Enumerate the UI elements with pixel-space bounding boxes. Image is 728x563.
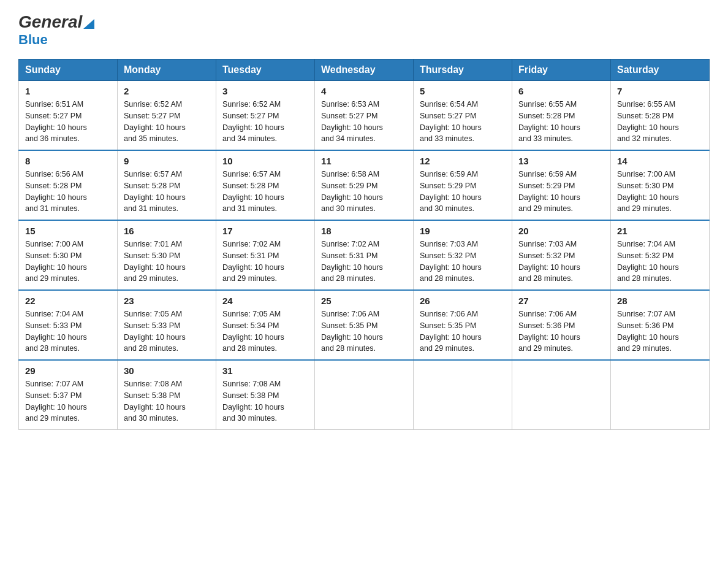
calendar-header-row: SundayMondayTuesdayWednesdayThursdayFrid…	[19, 59, 710, 81]
day-info: Sunrise: 7:06 AMSunset: 5:35 PMDaylight:…	[321, 308, 407, 354]
calendar-cell: 7 Sunrise: 6:55 AMSunset: 5:28 PMDayligh…	[611, 81, 710, 151]
day-info: Sunrise: 6:57 AMSunset: 5:28 PMDaylight:…	[222, 169, 308, 215]
col-header-thursday: Thursday	[414, 59, 512, 81]
day-info: Sunrise: 7:05 AMSunset: 5:33 PMDaylight:…	[124, 308, 210, 354]
day-info: Sunrise: 7:04 AMSunset: 5:33 PMDaylight:…	[25, 308, 111, 354]
day-info: Sunrise: 7:01 AMSunset: 5:30 PMDaylight:…	[124, 239, 210, 285]
day-info: Sunrise: 6:51 AMSunset: 5:27 PMDaylight:…	[25, 99, 111, 145]
calendar-cell: 30 Sunrise: 7:08 AMSunset: 5:38 PMDaylig…	[118, 360, 216, 430]
calendar-cell: 8 Sunrise: 6:56 AMSunset: 5:28 PMDayligh…	[19, 150, 118, 220]
calendar-cell: 18 Sunrise: 7:02 AMSunset: 5:31 PMDaylig…	[315, 220, 414, 290]
day-number: 1	[25, 86, 111, 96]
day-number: 13	[518, 156, 604, 166]
day-number: 30	[124, 366, 210, 376]
calendar-cell: 14 Sunrise: 7:00 AMSunset: 5:30 PMDaylig…	[611, 150, 710, 220]
day-info: Sunrise: 6:58 AMSunset: 5:29 PMDaylight:…	[321, 169, 407, 215]
day-info: Sunrise: 6:52 AMSunset: 5:27 PMDaylight:…	[124, 99, 210, 145]
calendar-cell: 28 Sunrise: 7:07 AMSunset: 5:36 PMDaylig…	[611, 290, 710, 360]
day-info: Sunrise: 7:02 AMSunset: 5:31 PMDaylight:…	[321, 239, 407, 285]
calendar-cell: 2 Sunrise: 6:52 AMSunset: 5:27 PMDayligh…	[118, 81, 216, 151]
day-number: 7	[617, 86, 703, 96]
calendar-cell: 3 Sunrise: 6:52 AMSunset: 5:27 PMDayligh…	[216, 81, 315, 151]
day-number: 26	[420, 296, 506, 306]
calendar-table: SundayMondayTuesdayWednesdayThursdayFrid…	[18, 59, 710, 430]
day-info: Sunrise: 6:59 AMSunset: 5:29 PMDaylight:…	[518, 169, 604, 215]
calendar-cell: 31 Sunrise: 7:08 AMSunset: 5:38 PMDaylig…	[216, 360, 315, 430]
calendar-cell: 4 Sunrise: 6:53 AMSunset: 5:27 PMDayligh…	[315, 81, 414, 151]
day-info: Sunrise: 6:53 AMSunset: 5:27 PMDaylight:…	[321, 99, 407, 145]
day-info: Sunrise: 7:07 AMSunset: 5:37 PMDaylight:…	[25, 378, 111, 424]
calendar-week-row: 15 Sunrise: 7:00 AMSunset: 5:30 PMDaylig…	[19, 220, 710, 290]
calendar-cell: 6 Sunrise: 6:55 AMSunset: 5:28 PMDayligh…	[512, 81, 611, 151]
day-info: Sunrise: 7:03 AMSunset: 5:32 PMDaylight:…	[518, 239, 604, 285]
day-info: Sunrise: 7:07 AMSunset: 5:36 PMDaylight:…	[617, 308, 703, 354]
logo-general-text: General	[18, 12, 82, 32]
calendar-week-row: 22 Sunrise: 7:04 AMSunset: 5:33 PMDaylig…	[19, 290, 710, 360]
day-info: Sunrise: 7:08 AMSunset: 5:38 PMDaylight:…	[124, 378, 210, 424]
col-header-friday: Friday	[512, 59, 611, 81]
day-number: 12	[420, 156, 506, 166]
col-header-wednesday: Wednesday	[315, 59, 414, 81]
day-number: 31	[222, 366, 308, 376]
day-number: 2	[124, 86, 210, 96]
day-info: Sunrise: 7:03 AMSunset: 5:32 PMDaylight:…	[420, 239, 506, 285]
logo: General Blue	[18, 12, 94, 48]
day-number: 29	[25, 366, 111, 376]
calendar-cell: 26 Sunrise: 7:06 AMSunset: 5:35 PMDaylig…	[414, 290, 512, 360]
day-number: 23	[124, 296, 210, 306]
calendar-cell	[315, 360, 414, 430]
day-info: Sunrise: 7:00 AMSunset: 5:30 PMDaylight:…	[617, 169, 703, 215]
calendar-cell: 22 Sunrise: 7:04 AMSunset: 5:33 PMDaylig…	[19, 290, 118, 360]
day-number: 3	[222, 86, 308, 96]
calendar-cell	[611, 360, 710, 430]
day-number: 17	[222, 226, 308, 236]
day-number: 24	[222, 296, 308, 306]
calendar-cell: 16 Sunrise: 7:01 AMSunset: 5:30 PMDaylig…	[118, 220, 216, 290]
day-info: Sunrise: 6:59 AMSunset: 5:29 PMDaylight:…	[420, 169, 506, 215]
day-number: 14	[617, 156, 703, 166]
day-info: Sunrise: 6:55 AMSunset: 5:28 PMDaylight:…	[617, 99, 703, 145]
day-info: Sunrise: 7:06 AMSunset: 5:35 PMDaylight:…	[420, 308, 506, 354]
calendar-cell	[512, 360, 611, 430]
day-number: 6	[518, 86, 604, 96]
day-info: Sunrise: 6:55 AMSunset: 5:28 PMDaylight:…	[518, 99, 604, 145]
day-info: Sunrise: 7:02 AMSunset: 5:31 PMDaylight:…	[222, 239, 308, 285]
day-number: 16	[124, 226, 210, 236]
calendar-week-row: 29 Sunrise: 7:07 AMSunset: 5:37 PMDaylig…	[19, 360, 710, 430]
col-header-sunday: Sunday	[19, 59, 118, 81]
calendar-cell: 5 Sunrise: 6:54 AMSunset: 5:27 PMDayligh…	[414, 81, 512, 151]
day-number: 22	[25, 296, 111, 306]
calendar-cell: 21 Sunrise: 7:04 AMSunset: 5:32 PMDaylig…	[611, 220, 710, 290]
col-header-saturday: Saturday	[611, 59, 710, 81]
calendar-cell: 23 Sunrise: 7:05 AMSunset: 5:33 PMDaylig…	[118, 290, 216, 360]
day-number: 25	[321, 296, 407, 306]
calendar-cell: 29 Sunrise: 7:07 AMSunset: 5:37 PMDaylig…	[19, 360, 118, 430]
day-number: 20	[518, 226, 604, 236]
day-number: 11	[321, 156, 407, 166]
day-number: 15	[25, 226, 111, 236]
day-number: 9	[124, 156, 210, 166]
day-info: Sunrise: 6:57 AMSunset: 5:28 PMDaylight:…	[124, 169, 210, 215]
day-info: Sunrise: 7:05 AMSunset: 5:34 PMDaylight:…	[222, 308, 308, 354]
day-number: 28	[617, 296, 703, 306]
day-info: Sunrise: 6:54 AMSunset: 5:27 PMDaylight:…	[420, 99, 506, 145]
day-number: 4	[321, 86, 407, 96]
calendar-cell: 10 Sunrise: 6:57 AMSunset: 5:28 PMDaylig…	[216, 150, 315, 220]
day-number: 21	[617, 226, 703, 236]
col-header-monday: Monday	[118, 59, 216, 81]
calendar-cell: 20 Sunrise: 7:03 AMSunset: 5:32 PMDaylig…	[512, 220, 611, 290]
day-info: Sunrise: 7:06 AMSunset: 5:36 PMDaylight:…	[518, 308, 604, 354]
calendar-cell: 19 Sunrise: 7:03 AMSunset: 5:32 PMDaylig…	[414, 220, 512, 290]
day-number: 27	[518, 296, 604, 306]
logo-triangle-icon	[83, 17, 94, 29]
logo-blue-text: Blue	[18, 32, 48, 48]
day-number: 5	[420, 86, 506, 96]
day-number: 18	[321, 226, 407, 236]
calendar-cell: 1 Sunrise: 6:51 AMSunset: 5:27 PMDayligh…	[19, 81, 118, 151]
calendar-cell: 17 Sunrise: 7:02 AMSunset: 5:31 PMDaylig…	[216, 220, 315, 290]
day-number: 10	[222, 156, 308, 166]
day-info: Sunrise: 6:56 AMSunset: 5:28 PMDaylight:…	[25, 169, 111, 215]
col-header-tuesday: Tuesday	[216, 59, 315, 81]
calendar-cell: 11 Sunrise: 6:58 AMSunset: 5:29 PMDaylig…	[315, 150, 414, 220]
svg-marker-0	[83, 19, 94, 29]
